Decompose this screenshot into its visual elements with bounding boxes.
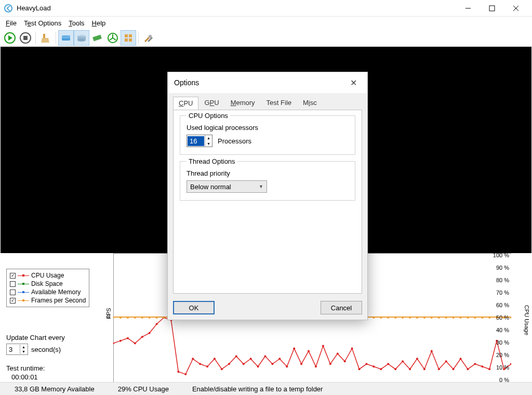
menu-help[interactable]: Help (88, 18, 110, 28)
svg-point-120 (387, 317, 389, 319)
update-unit: second(s) (31, 346, 61, 353)
svg-point-41 (221, 368, 223, 370)
legend-disk-space[interactable]: Disk Space (10, 280, 86, 288)
svg-point-50 (286, 365, 288, 367)
toolbar (0, 29, 532, 47)
settings-button[interactable] (141, 30, 156, 46)
svg-point-44 (243, 363, 245, 365)
stop-button[interactable] (18, 30, 33, 46)
svg-point-58 (344, 360, 346, 362)
disk-toggle-button[interactable] (58, 30, 74, 46)
play-button[interactable] (2, 30, 18, 46)
chevron-up-icon[interactable]: ▲ (20, 345, 27, 349)
chart-legend: ✓ CPU Usage Disk Space Available Memory … (6, 269, 89, 307)
svg-point-75 (467, 368, 469, 370)
thread-priority-value: Below normal (190, 183, 231, 191)
fps-tick: 0 (107, 313, 110, 320)
svg-point-69 (423, 368, 425, 370)
checkbox-icon[interactable] (10, 281, 16, 287)
svg-point-74 (460, 358, 462, 360)
svg-rect-7 (23, 36, 28, 40)
cancel-button[interactable]: Cancel (321, 301, 362, 314)
svg-point-25 (149, 35, 152, 38)
update-interval-stepper[interactable]: 3 ▲▼ (6, 344, 28, 355)
chevron-down-icon: ▼ (259, 184, 263, 189)
cpu-options-group: CPU Options Used logical processors 16 ▲… (180, 115, 355, 155)
tab-gpu[interactable]: GPU (198, 96, 224, 110)
checkbox-icon[interactable]: ✓ (10, 298, 16, 304)
hdd-toggle-button[interactable] (74, 30, 89, 46)
menubar: File Test Options Tools Help (0, 17, 532, 29)
svg-point-60 (358, 368, 361, 370)
svg-point-45 (250, 358, 252, 360)
svg-rect-22 (129, 38, 132, 42)
proc-toggle-button[interactable] (105, 30, 121, 46)
svg-point-68 (416, 358, 418, 360)
tab-testfile[interactable]: Test File (261, 96, 297, 110)
svg-point-70 (431, 350, 433, 352)
menu-file[interactable]: File (2, 18, 20, 28)
svg-point-118 (373, 317, 375, 319)
minimize-button[interactable] (456, 1, 480, 16)
maximize-button[interactable] (480, 1, 504, 16)
ram-toggle-button[interactable] (89, 30, 105, 46)
window-title: HeavyLoad (17, 4, 456, 12)
svg-point-35 (177, 371, 179, 373)
svg-point-36 (184, 373, 187, 375)
svg-point-77 (481, 365, 483, 367)
thread-priority-select[interactable]: Below normal ▼ (187, 180, 267, 193)
group-title: CPU Options (187, 112, 230, 120)
tab-cpu[interactable]: CPU (173, 97, 198, 110)
cpu-axis-label: CPU Usage (524, 305, 530, 335)
checkbox-icon[interactable]: ✓ (10, 273, 16, 279)
svg-point-128 (445, 317, 447, 319)
runtime-value: 00:00:01 (11, 373, 38, 381)
chevron-down-icon[interactable]: ▼ (205, 141, 212, 147)
clean-button[interactable] (38, 30, 54, 46)
svg-point-40 (214, 358, 216, 360)
svg-point-72 (445, 360, 447, 362)
tab-misc[interactable]: Misc (297, 96, 323, 110)
ok-button[interactable]: OK (173, 301, 215, 314)
legend-available-memory[interactable]: Available Memory (10, 288, 86, 296)
svg-point-37 (192, 358, 194, 360)
svg-point-30 (141, 336, 143, 338)
svg-point-63 (380, 368, 382, 370)
separator (138, 32, 139, 44)
menu-tools[interactable]: Tools (65, 18, 88, 28)
dialog-titlebar: Options ✕ (168, 72, 367, 93)
processors-stepper[interactable]: 16 ▲▼ (187, 135, 212, 147)
group-title: Thread Options (187, 157, 237, 165)
svg-point-39 (206, 365, 208, 367)
chevron-up-icon[interactable]: ▲ (205, 135, 212, 141)
svg-rect-8 (43, 34, 45, 38)
svg-point-59 (351, 348, 353, 350)
chevron-down-icon[interactable]: ▼ (20, 349, 27, 354)
svg-point-76 (474, 363, 476, 365)
checkbox-icon[interactable] (10, 289, 16, 295)
close-button[interactable] (504, 1, 528, 16)
legend-label: CPU Usage (31, 272, 64, 279)
titlebar: HeavyLoad (0, 0, 532, 17)
tab-panel-cpu: CPU Options Used logical processors 16 ▲… (173, 110, 362, 294)
svg-marker-5 (8, 35, 12, 41)
svg-line-18 (113, 38, 116, 40)
svg-rect-1 (489, 6, 495, 11)
svg-point-62 (373, 365, 375, 367)
right-axis-tick: 90 % (490, 265, 509, 271)
svg-point-131 (467, 317, 469, 319)
thread-options-group: Thread Options Thread priority Below nor… (180, 161, 355, 201)
dialog-close-button[interactable]: ✕ (345, 75, 361, 90)
tab-memory[interactable]: Memory (225, 96, 261, 110)
legend-label: Disk Space (31, 280, 63, 287)
processors-value: 16 (188, 136, 204, 146)
svg-point-127 (438, 317, 440, 319)
svg-point-13 (77, 38, 86, 42)
menu-test-options[interactable]: Test Options (20, 18, 65, 28)
svg-point-88 (156, 317, 158, 319)
tile-toggle-button[interactable] (121, 30, 136, 46)
svg-point-73 (453, 368, 455, 370)
svg-point-119 (380, 317, 382, 319)
legend-fps[interactable]: ✓ Frames per Second (10, 296, 86, 305)
legend-cpu-usage[interactable]: ✓ CPU Usage (10, 271, 86, 280)
